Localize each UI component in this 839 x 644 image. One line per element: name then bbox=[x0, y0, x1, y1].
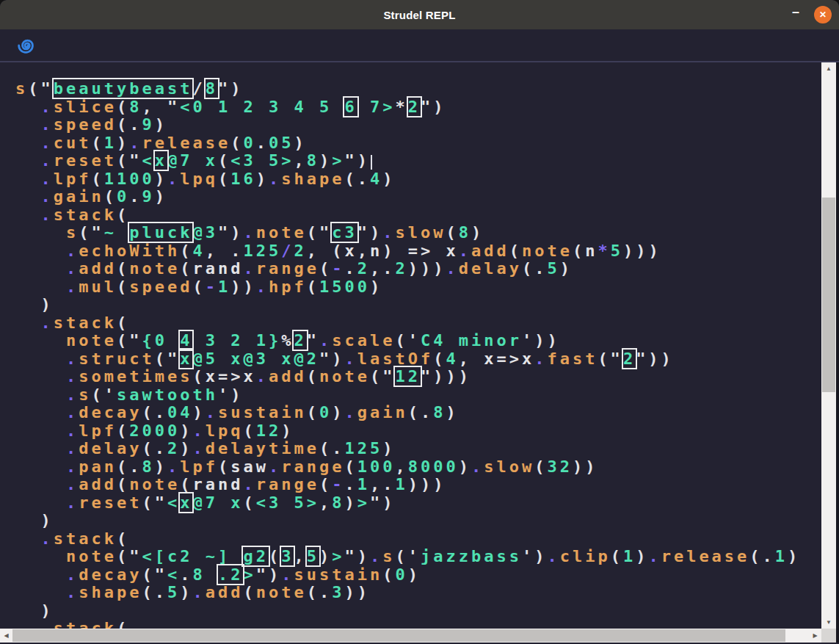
code-token: (. bbox=[142, 403, 167, 422]
minimize-button[interactable]: – bbox=[789, 8, 802, 21]
code-token: (" bbox=[142, 493, 167, 512]
code-line: s("~ pluck@3").note("c3").slow(8) bbox=[15, 224, 821, 242]
close-button[interactable]: ✕ bbox=[814, 6, 832, 23]
code-token: . bbox=[471, 457, 484, 476]
code-token: hpf bbox=[269, 278, 307, 296]
code-token: . bbox=[192, 422, 205, 440]
code-token: . bbox=[534, 350, 547, 368]
code-token: add bbox=[79, 475, 117, 493]
active-event-highlight: x bbox=[180, 493, 192, 512]
code-token: ) bbox=[281, 422, 294, 440]
code-token: ) bbox=[15, 295, 54, 314]
code-token: shape bbox=[281, 170, 344, 188]
code-token: note bbox=[319, 367, 370, 386]
code-token: cut bbox=[54, 134, 92, 152]
code-token: fast bbox=[547, 350, 598, 368]
scroll-down-icon[interactable]: ▼ bbox=[821, 616, 836, 629]
horizontal-scrollbar-thumb[interactable] bbox=[12, 629, 785, 642]
code-token: 100 bbox=[357, 457, 396, 476]
code-token bbox=[15, 386, 66, 404]
code-token: decay bbox=[79, 403, 142, 422]
code-token: note bbox=[522, 242, 573, 260]
code-line: .lpf(2000).lpq(12) bbox=[15, 422, 821, 441]
titlebar[interactable]: Strudel REPL – ✕ bbox=[0, 0, 839, 29]
code-token: (. bbox=[307, 583, 333, 601]
vertical-scrollbar-thumb[interactable] bbox=[822, 198, 835, 392]
code-token: . bbox=[243, 259, 255, 278]
code-token: note bbox=[129, 475, 180, 493]
vertical-scrollbar[interactable]: ▲ ▼ bbox=[821, 62, 836, 629]
code-token: mul bbox=[79, 278, 117, 296]
code-token: <0 1 2 3 4 5 bbox=[180, 98, 344, 116]
code-token: ~ bbox=[104, 223, 130, 242]
code-area[interactable]: s("beautybeast/8") .slice(8, "<0 1 2 3 4… bbox=[0, 62, 821, 629]
code-token: note bbox=[256, 583, 307, 601]
code-line: note("{0 4 3 2 1}%2".scale('C4 minor')) bbox=[15, 332, 821, 350]
code-token: (' bbox=[91, 386, 117, 404]
code-token: stack bbox=[54, 619, 117, 629]
code-token: (. bbox=[344, 170, 370, 188]
code-token: . bbox=[256, 278, 269, 296]
code-token: (" bbox=[370, 367, 396, 386]
active-event-highlight: .2 bbox=[218, 565, 244, 584]
code-token: decay bbox=[79, 565, 142, 584]
scrollbar-corner bbox=[821, 629, 836, 643]
code-token: 0 bbox=[117, 187, 129, 206]
code-token: 125 bbox=[243, 242, 281, 260]
code-token bbox=[15, 475, 66, 493]
scroll-left-icon[interactable]: ◀ bbox=[0, 629, 12, 643]
code-line: .reset("<x@7 x(<3 5>,8)>") bbox=[15, 152, 821, 170]
code-token: ") bbox=[344, 151, 370, 170]
code-token: lpf bbox=[180, 457, 218, 476]
code-token: ") bbox=[357, 223, 383, 242]
code-token: . bbox=[344, 475, 357, 493]
active-event-highlight: x bbox=[180, 350, 192, 368]
code-line: .sometimes(x=>x.add(note("12"))) bbox=[15, 368, 821, 386]
code-token: ) bbox=[15, 511, 54, 529]
code-line: .delay(.2).delaytime(.125) bbox=[15, 440, 821, 458]
code-token: 8000 bbox=[408, 457, 459, 476]
code-token: ( bbox=[446, 223, 458, 242]
code-token: . bbox=[167, 170, 180, 188]
active-event-highlight: c3 bbox=[332, 223, 357, 242]
code-token: speed bbox=[54, 115, 117, 134]
code-line: .stack( bbox=[15, 314, 821, 333]
code-token: ))) bbox=[623, 242, 661, 260]
code-line: .stack( bbox=[15, 620, 821, 629]
code-token: (. bbox=[117, 115, 142, 134]
code-token: (" bbox=[307, 223, 333, 242]
code-token: sometimes bbox=[79, 367, 192, 386]
code-token: 05 bbox=[269, 134, 294, 152]
horizontal-scrollbar[interactable]: ◀ ▶ bbox=[0, 629, 821, 643]
code-token: . bbox=[129, 134, 142, 152]
code-token: (" bbox=[142, 565, 167, 584]
code-token: 04 bbox=[167, 403, 193, 422]
window-border-right bbox=[836, 62, 839, 629]
code-token: C4 minor bbox=[421, 331, 522, 350]
code-token: ( bbox=[433, 350, 446, 368]
code-token: (x=>x bbox=[192, 367, 255, 386]
code-token: struct bbox=[79, 350, 154, 368]
code-token: ) bbox=[446, 403, 458, 422]
code-token: . bbox=[66, 350, 79, 368]
code-token: . bbox=[269, 457, 281, 476]
code-line: s("beautybeast/8") bbox=[15, 80, 821, 98]
code-token: sawtooth bbox=[117, 386, 218, 404]
code-token: note bbox=[66, 547, 117, 565]
code-token: . bbox=[66, 278, 79, 296]
code-token: . bbox=[41, 187, 54, 206]
code-token: ) bbox=[192, 403, 205, 422]
strudel-logo-spiral-icon[interactable] bbox=[15, 35, 37, 57]
code-token: . bbox=[41, 206, 54, 224]
scroll-up-icon[interactable]: ▲ bbox=[821, 62, 836, 75]
code-token: ") bbox=[218, 79, 244, 98]
scroll-right-icon[interactable]: ▶ bbox=[809, 629, 821, 643]
code-token: ( bbox=[307, 403, 319, 422]
code-token: speed bbox=[129, 278, 192, 296]
code-token: / bbox=[281, 242, 294, 260]
code-token: 2 bbox=[357, 259, 370, 278]
code-token: 8 bbox=[307, 151, 319, 170]
code-token: @3 bbox=[192, 223, 218, 242]
code-token: 0 bbox=[395, 565, 407, 584]
code-line: .lpf(1100).lpq(16).shape(.4) bbox=[15, 170, 821, 189]
